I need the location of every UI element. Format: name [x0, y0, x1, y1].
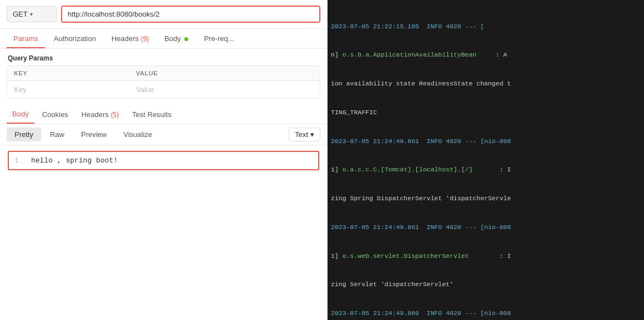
param-key-placeholder[interactable]: Key: [7, 81, 129, 98]
col-value: VALUE: [129, 66, 320, 80]
method-select[interactable]: GET ▾: [7, 6, 57, 22]
format-btn-visualize[interactable]: Visualize: [115, 128, 160, 141]
body-headers-badge: (5): [110, 111, 119, 119]
format-btn-raw[interactable]: Raw: [42, 128, 72, 141]
line-content: hello , spring boot!: [31, 156, 118, 165]
body-tab-body[interactable]: Body: [7, 105, 34, 124]
params-table: KEY VALUE Key Value: [7, 65, 320, 99]
log-line-3: TING_TRAFFIC: [331, 108, 641, 117]
log-line-1: n] o.s.b.a.ApplicationAvailabilityBean :…: [331, 50, 641, 59]
request-tabs: Params Authorization Headers (9) Body Pr…: [0, 29, 327, 49]
param-value-placeholder[interactable]: Value: [129, 81, 320, 98]
url-input-wrapper: [61, 6, 320, 23]
left-panel: GET ▾ Params Authorization Headers (9) B…: [0, 0, 328, 320]
code-output-area: 1 hello , spring boot!: [0, 145, 327, 176]
format-btn-pretty[interactable]: Pretty: [7, 128, 41, 141]
terminal-content: 2023-07-05 21:22:15.105 INFO 4020 --- [ …: [328, 0, 644, 320]
params-table-header: KEY VALUE: [7, 66, 320, 81]
method-chevron: ▾: [30, 11, 33, 17]
log-line-5: 1] o.a.c.c.C.[Tomcat].[localhost].[/] : …: [331, 165, 641, 174]
body-section: Body Cookies Headers (5) Test Results Pr…: [0, 105, 327, 176]
log-line-2: ion availability state ReadinessState ch…: [331, 79, 641, 88]
body-tab-headers[interactable]: Headers (5): [76, 106, 124, 123]
format-row: Pretty Raw Preview Visualize Text ▾: [0, 124, 327, 145]
tab-headers[interactable]: Headers (9): [105, 29, 155, 48]
format-select[interactable]: Text ▾: [289, 128, 320, 141]
terminal-panel: 2023-07-05 21:22:15.105 INFO 4020 --- [ …: [328, 0, 644, 320]
log-line-10: 2023-07-05 21:24:49.869 INFO 4020 --- [n…: [331, 308, 641, 318]
log-line-6: zing Spring DispatcherServlet 'dispatche…: [331, 194, 641, 203]
tab-authorization[interactable]: Authorization: [47, 29, 103, 48]
tab-prereq[interactable]: Pre-req...: [197, 29, 240, 48]
line-number: 1: [14, 156, 23, 165]
headers-badge: (9): [140, 35, 149, 43]
log-line-8: 1] o.s.web.servlet.DispatcherServlet : I: [331, 251, 641, 261]
tab-params[interactable]: Params: [7, 29, 45, 48]
log-line-4: 2023-07-05 21:24:49.861 INFO 4020 --- [n…: [331, 136, 641, 146]
log-line-7: 2023-07-05 21:24:49.861 INFO 4020 --- [n…: [331, 222, 641, 232]
format-select-label: Text: [295, 130, 308, 139]
code-line-1: 1 hello , spring boot!: [8, 151, 319, 170]
body-dot: [184, 37, 188, 41]
url-bar: GET ▾: [0, 0, 327, 29]
tab-body[interactable]: Body: [158, 29, 195, 48]
params-row: Key Value: [7, 81, 320, 98]
format-btn-preview[interactable]: Preview: [73, 128, 114, 141]
method-label: GET: [13, 10, 28, 18]
col-key: KEY: [7, 66, 129, 80]
body-tab-test-results[interactable]: Test Results: [127, 106, 177, 123]
query-params-label: Query Params: [0, 49, 327, 65]
log-line-0: 2023-07-05 21:22:15.105 INFO 4020 --- [: [331, 22, 641, 31]
body-tab-cookies[interactable]: Cookies: [37, 106, 74, 123]
url-input[interactable]: [62, 7, 319, 22]
body-tabs-row: Body Cookies Headers (5) Test Results: [0, 105, 327, 124]
log-line-9: zing Servlet 'dispatcherServlet': [331, 280, 641, 289]
format-select-chevron: ▾: [310, 130, 314, 139]
